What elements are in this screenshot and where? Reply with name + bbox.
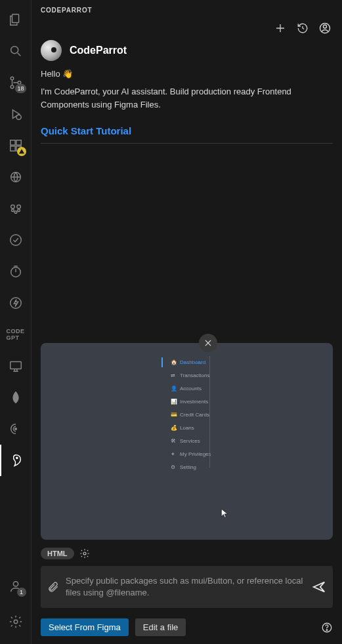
svg-point-26 <box>83 552 86 555</box>
svg-point-17 <box>11 268 20 277</box>
nav-item-transactions[interactable]: ⇄Transactions <box>165 371 211 380</box>
svg-point-28 <box>326 630 328 631</box>
timer-icon[interactable] <box>0 256 32 287</box>
language-chip[interactable]: HTML <box>41 548 74 559</box>
quick-start-link[interactable]: Quick Start Tutorial <box>41 120 333 144</box>
nav-item-services[interactable]: 🛠Services <box>165 436 211 446</box>
remote-explorer-icon[interactable] <box>0 161 32 193</box>
help-icon[interactable] <box>321 622 333 634</box>
nav-item-creditcards[interactable]: 💳Credit Cards <box>165 410 211 420</box>
nav-item-dashboard[interactable]: 🏠Dashboard <box>165 357 211 367</box>
description: I'm CodeParrot, your AI assistant. Build… <box>32 85 342 120</box>
source-control-icon[interactable]: 18 <box>0 67 32 98</box>
chat-input[interactable]: Specify public packages such as mui/Butt… <box>41 566 333 608</box>
svg-point-20 <box>14 428 16 430</box>
svg-point-13 <box>11 209 14 212</box>
nav-item-setting[interactable]: ⚙Setting <box>165 462 211 472</box>
accounts-icon[interactable]: 1 <box>0 571 32 602</box>
history-icon[interactable] <box>296 22 309 35</box>
svg-point-21 <box>16 457 17 458</box>
nav-item-loans[interactable]: 💰Loans <box>165 423 211 433</box>
nav-item-accounts[interactable]: 👤Accounts <box>165 384 211 393</box>
run-debug-icon[interactable] <box>0 98 32 130</box>
bot-avatar <box>41 40 62 61</box>
chat-placeholder: Specify public packages such as mui/Butt… <box>66 575 305 599</box>
figma-preview-wrap: 🏠Dashboard ⇄Transactions 👤Accounts 📊Inve… <box>41 343 333 540</box>
svg-point-16 <box>10 235 21 246</box>
main-panel: CODEPARROT CodeParrot Hello 👋 I'm CodePa… <box>32 0 342 644</box>
extensions-icon[interactable] <box>0 130 32 161</box>
panel-title: CODEPARROT <box>32 0 342 18</box>
svg-point-3 <box>11 85 14 89</box>
chip-settings-icon[interactable] <box>79 548 90 559</box>
header-icons <box>32 18 342 40</box>
bot-header: CodeParrot <box>32 40 342 65</box>
ext-warn-badge <box>17 147 26 156</box>
activity-bar-top: 18 CODEGPT <box>0 4 32 571</box>
remote-window-icon[interactable] <box>0 350 32 382</box>
svg-point-23 <box>14 620 18 624</box>
close-preview-icon[interactable] <box>199 334 217 352</box>
bot-name: CodeParrot <box>70 45 127 56</box>
mongodb-leaf-icon[interactable] <box>0 382 32 413</box>
settings-icon[interactable] <box>0 606 32 637</box>
svg-rect-19 <box>10 362 21 369</box>
preview-divider <box>209 356 210 468</box>
cursor-icon <box>220 507 229 519</box>
codegpt-text: CODEGPT <box>6 328 24 341</box>
activity-bar: 18 CODEGPT <box>0 0 32 644</box>
svg-point-12 <box>16 205 20 209</box>
action-buttons: Select From Figma Edit a file <box>32 614 342 644</box>
svg-point-5 <box>16 115 20 119</box>
attach-icon[interactable] <box>47 581 59 593</box>
svg-point-25 <box>324 25 327 28</box>
greeting: Hello 👋 <box>32 65 342 85</box>
search-icon[interactable] <box>0 35 32 67</box>
nav-item-investments[interactable]: 📊Investments <box>165 397 211 407</box>
svg-point-14 <box>17 209 20 212</box>
svg-rect-7 <box>10 146 14 151</box>
activity-bar-bottom: 1 <box>0 571 32 644</box>
svg-rect-0 <box>12 14 18 23</box>
signal-icon[interactable] <box>0 413 32 445</box>
bolt-icon[interactable] <box>0 287 32 319</box>
svg-point-1 <box>11 47 18 54</box>
copilot-icon[interactable] <box>0 193 32 224</box>
chip-row: HTML <box>32 544 342 563</box>
codegpt-icon[interactable]: CODEGPT <box>0 319 32 350</box>
new-chat-icon[interactable] <box>274 22 287 35</box>
edit-file-button[interactable]: Edit a file <box>135 618 186 636</box>
svg-point-22 <box>13 582 18 586</box>
svg-point-11 <box>11 205 14 209</box>
profile-icon[interactable] <box>318 22 331 35</box>
send-icon[interactable] <box>312 580 326 594</box>
preview-nav: 🏠Dashboard ⇄Transactions 👤Accounts 📊Inve… <box>165 357 211 472</box>
svg-rect-6 <box>10 140 14 145</box>
explorer-icon[interactable] <box>0 4 32 35</box>
select-figma-button[interactable]: Select From Figma <box>41 618 129 636</box>
svg-point-18 <box>10 298 21 309</box>
testing-check-icon[interactable] <box>0 224 32 256</box>
nav-item-privileges[interactable]: ✦My Privileges <box>165 449 211 459</box>
accounts-badge: 1 <box>17 588 26 597</box>
parrot-icon[interactable] <box>0 445 32 476</box>
svg-rect-9 <box>16 140 20 145</box>
scm-badge: 18 <box>15 84 26 93</box>
svg-point-2 <box>11 77 14 80</box>
figma-preview: 🏠Dashboard ⇄Transactions 👤Accounts 📊Inve… <box>41 343 333 540</box>
svg-point-15 <box>14 211 17 214</box>
